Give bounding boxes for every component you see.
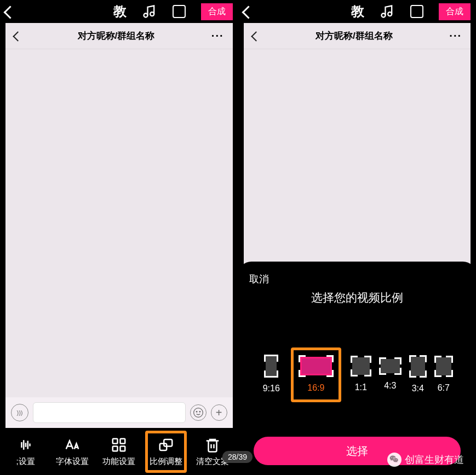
chat-header: 对方昵称/群组名称 ··· (5, 23, 233, 49)
watermark-text: 创富生财有道 (405, 453, 464, 466)
ratio-option-16-9[interactable]: 16:9 (291, 347, 341, 402)
back-icon[interactable] (244, 5, 251, 18)
svg-rect-6 (121, 438, 125, 443)
wechat-icon (387, 453, 402, 467)
top-toolbar: 教 合成 (0, 0, 238, 23)
ratio-option-1-1[interactable]: 1:1 (352, 357, 370, 392)
right-screen: 教 合成 对方昵称/群组名称 ··· 取消 选择您的视频比例 9:1616:91… (238, 0, 477, 475)
ratio-option-label: 9:16 (263, 384, 280, 393)
plus-icon[interactable]: + (211, 404, 227, 421)
chat-input-bar: ))) + (5, 397, 233, 428)
cancel-button[interactable]: 取消 (249, 273, 466, 286)
svg-point-11 (382, 14, 386, 18)
ratio-options: 9:1616:91:14:33:46:7 (249, 322, 466, 428)
ratio-box-icon (300, 357, 332, 375)
ratio-box-icon (436, 357, 451, 375)
font-settings-item[interactable]: 字体设置 (51, 432, 93, 471)
function-label: 功能设置 (102, 456, 135, 467)
ratio-label: 比例调整 (150, 456, 182, 467)
ratio-box-icon (266, 356, 277, 376)
svg-point-2 (193, 408, 203, 418)
compose-button[interactable]: 合成 (439, 3, 471, 20)
music-icon[interactable] (142, 4, 157, 19)
ratio-box-icon (381, 359, 400, 373)
chat-back-icon[interactable] (253, 30, 259, 42)
waveform-icon (18, 437, 34, 453)
function-settings-item[interactable]: 功能设置 (98, 432, 140, 471)
bottom-toolbar: ;设置 字体设置 功能设置 比例调整 清空文案 (0, 428, 238, 475)
ratio-option-label: 4:3 (384, 381, 396, 391)
chat-header: 对方昵称/群组名称 ··· (244, 23, 471, 49)
left-screen: 教 合成 对方昵称/群组名称 ··· ))) + (0, 0, 238, 475)
svg-point-4 (199, 412, 200, 413)
ratio-panel-title: 选择您的视频比例 (249, 290, 466, 305)
emoji-icon[interactable] (190, 404, 207, 421)
ratio-option-4-3[interactable]: 4:3 (381, 359, 400, 391)
font-label: 字体设置 (56, 456, 89, 467)
settings-label: ;设置 (16, 456, 35, 467)
svg-rect-7 (113, 446, 118, 451)
frame-icon[interactable] (410, 5, 423, 18)
chat-title: 对方昵称/群组名称 (78, 30, 155, 42)
teach-icon[interactable]: 教 (113, 3, 127, 20)
settings-item[interactable]: ;设置 (5, 432, 47, 471)
ratio-option-label: 1:1 (355, 383, 367, 392)
chat-back-icon[interactable] (14, 30, 21, 42)
grid-icon (111, 437, 127, 453)
ratio-option-6-7[interactable]: 6:7 (436, 357, 451, 393)
svg-point-3 (196, 412, 197, 413)
chat-title: 对方昵称/群组名称 (316, 30, 393, 42)
svg-point-12 (388, 12, 392, 16)
trash-icon (204, 437, 221, 453)
chat-more-icon[interactable]: ··· (211, 30, 224, 42)
back-icon[interactable] (5, 5, 13, 18)
compose-button[interactable]: 合成 (201, 3, 233, 20)
ratio-panel: 取消 选择您的视频比例 9:1616:91:14:33:46:7 选择 (238, 262, 477, 475)
frame-icon[interactable] (173, 5, 186, 18)
ratio-box-icon (411, 357, 425, 376)
ratio-box-icon (352, 357, 370, 375)
music-icon[interactable] (380, 4, 395, 19)
chat-more-icon[interactable]: ··· (449, 30, 462, 42)
page-indicator: 28/39 (222, 451, 253, 463)
svg-point-1 (150, 12, 154, 16)
teach-icon[interactable]: 教 (351, 3, 364, 20)
watermark: 创富生财有道 (387, 453, 464, 467)
svg-point-0 (144, 14, 147, 18)
chat-preview: 对方昵称/群组名称 ··· ))) + (5, 23, 233, 428)
voice-icon[interactable]: ))) (11, 404, 28, 421)
ratio-option-9-16[interactable]: 9:16 (263, 356, 280, 393)
ratio-option-label: 3:4 (412, 384, 424, 393)
chat-text-input[interactable] (33, 402, 186, 423)
ratio-adjust-item[interactable]: 比例调整 (145, 431, 187, 473)
ratio-option-label: 16:9 (307, 383, 324, 393)
svg-rect-5 (113, 438, 118, 443)
top-toolbar-right: 教 合成 (238, 0, 477, 23)
ratio-option-3-4[interactable]: 3:4 (411, 357, 425, 393)
ratio-option-label: 6:7 (438, 383, 450, 393)
svg-rect-8 (121, 446, 125, 451)
font-icon (64, 437, 81, 453)
chat-body (5, 49, 233, 397)
ratio-icon (158, 437, 174, 453)
